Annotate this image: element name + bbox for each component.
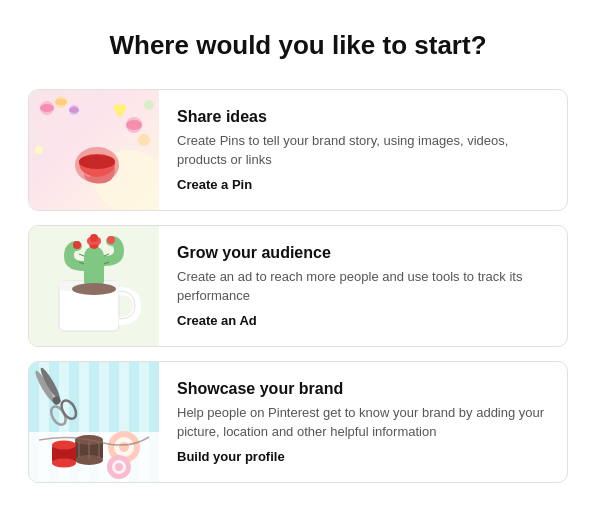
- share-ideas-card[interactable]: Share ideas Create Pins to tell your bra…: [28, 89, 568, 211]
- svg-point-3: [40, 104, 54, 112]
- svg-point-7: [69, 107, 79, 113]
- svg-point-16: [138, 134, 150, 146]
- svg-point-60: [119, 442, 129, 452]
- svg-point-15: [126, 120, 142, 130]
- svg-point-5: [55, 99, 67, 106]
- svg-point-63: [115, 463, 123, 471]
- showcase-brand-card[interactable]: Showcase your brand Help people on Pinte…: [28, 361, 568, 483]
- showcase-brand-content: Showcase your brand Help people on Pinte…: [159, 362, 567, 482]
- svg-point-56: [52, 441, 76, 450]
- svg-point-57: [52, 459, 76, 468]
- svg-point-34: [72, 283, 116, 295]
- share-ideas-title: Share ideas: [177, 108, 549, 126]
- grow-audience-description: Create an ad to reach more people and us…: [177, 268, 549, 306]
- svg-point-29: [107, 236, 115, 244]
- svg-point-13: [79, 155, 115, 169]
- svg-point-17: [35, 146, 43, 154]
- svg-point-18: [144, 100, 154, 110]
- showcase-brand-image: [29, 362, 159, 482]
- svg-point-27: [90, 234, 98, 242]
- grow-audience-content: Grow your audience Create an ad to reach…: [159, 226, 567, 346]
- svg-point-28: [73, 241, 81, 249]
- share-ideas-content: Share ideas Create Pins to tell your bra…: [159, 90, 567, 210]
- create-ad-link[interactable]: Create an Ad: [177, 313, 549, 328]
- grow-audience-image: [29, 226, 159, 346]
- grow-audience-title: Grow your audience: [177, 244, 549, 262]
- showcase-brand-description: Help people on Pinterest get to know you…: [177, 404, 549, 442]
- showcase-brand-title: Showcase your brand: [177, 380, 549, 398]
- build-profile-link[interactable]: Build your profile: [177, 449, 549, 464]
- share-ideas-image: [29, 90, 159, 210]
- page-title: Where would you like to start?: [109, 30, 486, 61]
- grow-audience-card[interactable]: Grow your audience Create an ad to reach…: [28, 225, 568, 347]
- options-container: Share ideas Create Pins to tell your bra…: [28, 89, 568, 483]
- share-ideas-description: Create Pins to tell your brand story, us…: [177, 132, 549, 170]
- create-pin-link[interactable]: Create a Pin: [177, 177, 549, 192]
